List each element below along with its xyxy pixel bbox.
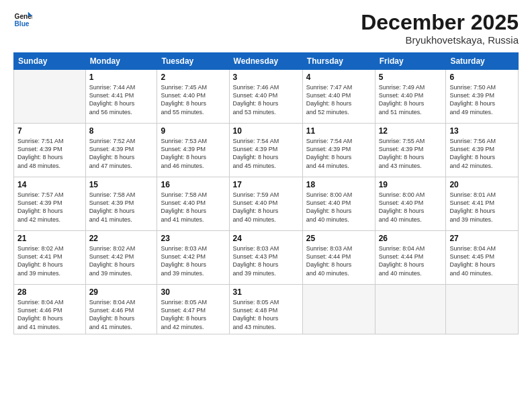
cell-info: Sunrise: 8:05 AMSunset: 4:48 PMDaylight:… — [233, 298, 299, 331]
day-number: 15 — [89, 180, 154, 189]
svg-text:Blue: Blue — [15, 20, 30, 28]
day-number: 18 — [306, 180, 371, 189]
calendar-cell: 6Sunrise: 7:50 AMSunset: 4:39 PMDaylight… — [446, 70, 519, 124]
day-number: 27 — [449, 234, 515, 243]
calendar-cell: 14Sunrise: 7:57 AMSunset: 4:39 PMDayligh… — [14, 177, 86, 231]
logo-icon: General Blue — [13, 11, 32, 30]
cell-info: Sunrise: 7:53 AMSunset: 4:39 PMDaylight:… — [161, 137, 225, 170]
cell-info: Sunrise: 8:02 AMSunset: 4:41 PMDaylight:… — [17, 244, 82, 277]
calendar-cell — [302, 285, 375, 334]
cell-info: Sunrise: 8:03 AMSunset: 4:43 PMDaylight:… — [233, 244, 299, 277]
day-number: 21 — [17, 234, 82, 243]
subtitle: Bryukhovetskaya, Russia — [361, 34, 519, 46]
calendar-cell: 7Sunrise: 7:51 AMSunset: 4:39 PMDaylight… — [14, 124, 86, 177]
cell-info: Sunrise: 7:56 AMSunset: 4:39 PMDaylight:… — [449, 137, 515, 170]
calendar-cell: 20Sunrise: 8:01 AMSunset: 4:41 PMDayligh… — [446, 177, 519, 231]
day-number: 30 — [161, 287, 225, 297]
calendar-table: SundayMondayTuesdayWednesdayThursdayFrid… — [13, 52, 519, 334]
day-number: 20 — [449, 180, 515, 189]
calendar-cell: 27Sunrise: 8:04 AMSunset: 4:45 PMDayligh… — [446, 231, 519, 285]
cell-info: Sunrise: 7:57 AMSunset: 4:39 PMDaylight:… — [17, 191, 82, 224]
calendar-cell: 3Sunrise: 7:46 AMSunset: 4:40 PMDaylight… — [229, 70, 302, 124]
calendar-cell: 23Sunrise: 8:03 AMSunset: 4:42 PMDayligh… — [157, 231, 229, 285]
day-number: 23 — [161, 234, 225, 243]
cell-info: Sunrise: 7:51 AMSunset: 4:39 PMDaylight:… — [17, 137, 82, 170]
calendar-cell: 15Sunrise: 7:58 AMSunset: 4:39 PMDayligh… — [85, 177, 157, 231]
day-number: 4 — [306, 73, 371, 82]
week-row-0: 1Sunrise: 7:44 AMSunset: 4:41 PMDaylight… — [14, 70, 519, 124]
calendar-cell: 31Sunrise: 8:05 AMSunset: 4:48 PMDayligh… — [229, 285, 302, 334]
week-row-1: 7Sunrise: 7:51 AMSunset: 4:39 PMDaylight… — [14, 124, 519, 177]
cell-info: Sunrise: 7:46 AMSunset: 4:40 PMDaylight:… — [233, 83, 299, 116]
calendar-cell: 12Sunrise: 7:55 AMSunset: 4:39 PMDayligh… — [375, 124, 446, 177]
calendar-cell: 30Sunrise: 8:05 AMSunset: 4:47 PMDayligh… — [157, 285, 229, 334]
day-number: 14 — [17, 180, 82, 189]
day-number: 16 — [161, 180, 225, 189]
cell-info: Sunrise: 7:50 AMSunset: 4:39 PMDaylight:… — [449, 83, 515, 116]
cell-info: Sunrise: 8:03 AMSunset: 4:42 PMDaylight:… — [161, 244, 225, 277]
title-block: December 2025 Bryukhovetskaya, Russia — [361, 11, 519, 46]
calendar-cell: 1Sunrise: 7:44 AMSunset: 4:41 PMDaylight… — [85, 70, 157, 124]
calendar-cell: 22Sunrise: 8:02 AMSunset: 4:42 PMDayligh… — [85, 231, 157, 285]
calendar-cell: 26Sunrise: 8:04 AMSunset: 4:44 PMDayligh… — [375, 231, 446, 285]
weekday-wednesday: Wednesday — [229, 53, 302, 70]
cell-info: Sunrise: 8:04 AMSunset: 4:46 PMDaylight:… — [17, 298, 82, 331]
weekday-saturday: Saturday — [446, 53, 519, 70]
calendar-cell: 19Sunrise: 8:00 AMSunset: 4:40 PMDayligh… — [375, 177, 446, 231]
day-number: 2 — [161, 73, 225, 82]
cell-info: Sunrise: 8:01 AMSunset: 4:41 PMDaylight:… — [449, 191, 515, 224]
calendar-cell: 24Sunrise: 8:03 AMSunset: 4:43 PMDayligh… — [229, 231, 302, 285]
logo: General Blue — [13, 11, 32, 30]
cell-info: Sunrise: 7:54 AMSunset: 4:39 PMDaylight:… — [306, 137, 371, 170]
header: General Blue December 2025 Bryukhovetska… — [13, 11, 519, 46]
day-number: 12 — [379, 126, 443, 136]
day-number: 31 — [233, 287, 299, 297]
calendar-cell: 16Sunrise: 7:58 AMSunset: 4:40 PMDayligh… — [157, 177, 229, 231]
cell-info: Sunrise: 7:49 AMSunset: 4:40 PMDaylight:… — [379, 83, 443, 116]
cell-info: Sunrise: 8:03 AMSunset: 4:44 PMDaylight:… — [306, 244, 371, 277]
calendar-cell: 2Sunrise: 7:45 AMSunset: 4:40 PMDaylight… — [157, 70, 229, 124]
day-number: 17 — [233, 180, 299, 189]
calendar-cell: 11Sunrise: 7:54 AMSunset: 4:39 PMDayligh… — [302, 124, 375, 177]
calendar-cell: 29Sunrise: 8:04 AMSunset: 4:46 PMDayligh… — [85, 285, 157, 334]
day-number: 1 — [89, 73, 154, 82]
day-number: 28 — [17, 287, 82, 297]
cell-info: Sunrise: 7:47 AMSunset: 4:40 PMDaylight:… — [306, 83, 371, 116]
cell-info: Sunrise: 7:44 AMSunset: 4:41 PMDaylight:… — [89, 83, 154, 116]
week-row-2: 14Sunrise: 7:57 AMSunset: 4:39 PMDayligh… — [14, 177, 519, 231]
calendar-cell: 21Sunrise: 8:02 AMSunset: 4:41 PMDayligh… — [14, 231, 86, 285]
day-number: 5 — [379, 73, 443, 82]
cell-info: Sunrise: 8:00 AMSunset: 4:40 PMDaylight:… — [379, 191, 443, 224]
week-row-3: 21Sunrise: 8:02 AMSunset: 4:41 PMDayligh… — [14, 231, 519, 285]
month-title: December 2025 — [361, 11, 519, 34]
weekday-header-row: SundayMondayTuesdayWednesdayThursdayFrid… — [14, 53, 519, 70]
cell-info: Sunrise: 7:54 AMSunset: 4:39 PMDaylight:… — [233, 137, 299, 170]
calendar-cell: 17Sunrise: 7:59 AMSunset: 4:40 PMDayligh… — [229, 177, 302, 231]
calendar-cell: 5Sunrise: 7:49 AMSunset: 4:40 PMDaylight… — [375, 70, 446, 124]
day-number: 7 — [17, 126, 82, 136]
calendar-cell: 25Sunrise: 8:03 AMSunset: 4:44 PMDayligh… — [302, 231, 375, 285]
cell-info: Sunrise: 8:00 AMSunset: 4:40 PMDaylight:… — [306, 191, 371, 224]
day-number: 11 — [306, 126, 371, 136]
weekday-tuesday: Tuesday — [157, 53, 229, 70]
cell-info: Sunrise: 7:59 AMSunset: 4:40 PMDaylight:… — [233, 191, 299, 224]
calendar-cell: 18Sunrise: 8:00 AMSunset: 4:40 PMDayligh… — [302, 177, 375, 231]
day-number: 22 — [89, 234, 154, 243]
day-number: 13 — [449, 126, 515, 136]
day-number: 6 — [449, 73, 515, 82]
weekday-friday: Friday — [375, 53, 446, 70]
cell-info: Sunrise: 7:58 AMSunset: 4:40 PMDaylight:… — [161, 191, 225, 224]
cell-info: Sunrise: 8:04 AMSunset: 4:44 PMDaylight:… — [379, 244, 443, 277]
week-row-4: 28Sunrise: 8:04 AMSunset: 4:46 PMDayligh… — [14, 285, 519, 334]
cell-info: Sunrise: 7:52 AMSunset: 4:39 PMDaylight:… — [89, 137, 154, 170]
cell-info: Sunrise: 7:55 AMSunset: 4:39 PMDaylight:… — [379, 137, 443, 170]
cell-info: Sunrise: 7:45 AMSunset: 4:40 PMDaylight:… — [161, 83, 225, 116]
calendar-cell — [14, 70, 86, 124]
calendar-cell: 28Sunrise: 8:04 AMSunset: 4:46 PMDayligh… — [14, 285, 86, 334]
day-number: 26 — [379, 234, 443, 243]
cell-info: Sunrise: 8:05 AMSunset: 4:47 PMDaylight:… — [161, 298, 225, 331]
weekday-sunday: Sunday — [14, 53, 86, 70]
cell-info: Sunrise: 8:04 AMSunset: 4:45 PMDaylight:… — [449, 244, 515, 277]
day-number: 8 — [89, 126, 154, 136]
calendar-cell: 4Sunrise: 7:47 AMSunset: 4:40 PMDaylight… — [302, 70, 375, 124]
